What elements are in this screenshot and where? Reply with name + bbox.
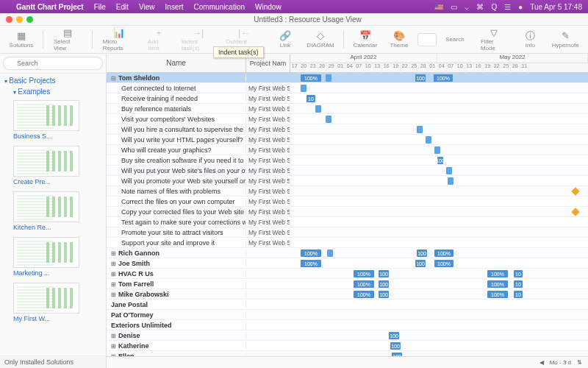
- wifi-icon[interactable]: ⌵: [465, 3, 469, 11]
- gantt-bar[interactable]: [417, 126, 423, 133]
- battery-icon[interactable]: ▭: [451, 3, 457, 11]
- diagram-button[interactable]: ◇DIAGRAM: [304, 29, 337, 50]
- table-row[interactable]: ⊞Joe Smith100%100100%: [107, 258, 588, 269]
- spotlight-icon[interactable]: Q: [491, 3, 497, 11]
- micro-reports-button[interactable]: 📊Micro Reports: [98, 26, 140, 53]
- clock[interactable]: Tue Apr 5 17:48: [530, 3, 582, 11]
- filter-mode-button[interactable]: ▽Filter Mode: [476, 26, 512, 53]
- gantt-bar[interactable]: [448, 177, 453, 185]
- gantt-bar[interactable]: [301, 85, 306, 92]
- gantt-bar[interactable]: 100%: [354, 270, 374, 277]
- grid-body[interactable]: ⊟Tom Sheldon100%100100%Get connected to …: [107, 73, 588, 356]
- menu-file[interactable]: File: [94, 3, 106, 11]
- close-icon[interactable]: [6, 16, 12, 23]
- expand-icon[interactable]: ⊞: [111, 343, 116, 350]
- gantt-bar[interactable]: 10: [514, 270, 523, 277]
- arrow-left-icon[interactable]: ◀: [539, 359, 544, 366]
- gantt-bar[interactable]: 100%: [487, 280, 508, 288]
- menu-view[interactable]: View: [139, 3, 155, 11]
- indent-task-button[interactable]: →|Indent task(s): [177, 26, 218, 53]
- calendar-button[interactable]: 📅Calendar: [350, 29, 381, 50]
- gantt-bar[interactable]: [446, 167, 452, 174]
- gantt-bar[interactable]: 100: [415, 260, 426, 267]
- menu-extra-icon[interactable]: ☰: [504, 3, 511, 11]
- select-view-button[interactable]: ▤Select View: [49, 26, 86, 53]
- table-row[interactable]: Test again to make sure your corrections…: [107, 217, 588, 227]
- gantt-bar[interactable]: [326, 74, 331, 82]
- sidebar-thumb[interactable]: Kitchen Re...: [9, 188, 106, 234]
- sidebar-thumb[interactable]: Create Pre...: [9, 143, 106, 188]
- sidebar-search-input[interactable]: [3, 57, 103, 70]
- gantt-bar[interactable]: 100: [379, 291, 389, 298]
- expand-icon[interactable]: ⊞: [111, 261, 116, 267]
- table-row[interactable]: Will you put your Web site's files on yo…: [107, 166, 588, 176]
- expand-icon[interactable]: ⊞: [111, 291, 116, 298]
- minimize-icon[interactable]: [16, 16, 23, 23]
- table-row[interactable]: Who will create your graphics?My First W…: [107, 145, 588, 155]
- sidebar-thumb[interactable]: Marketing ...: [9, 234, 106, 280]
- gantt-bar[interactable]: 100%: [354, 280, 374, 288]
- table-row[interactable]: Note names of files with problemsMy Firs…: [107, 186, 588, 197]
- menu-app[interactable]: Gantt Chart Project: [16, 3, 84, 11]
- table-row[interactable]: ⊞Denise100: [107, 330, 588, 341]
- menu-window[interactable]: Window: [255, 3, 282, 11]
- table-row[interactable]: Receive training if neededMy First Web S…: [107, 93, 588, 104]
- expand-icon[interactable]: ⊞: [111, 250, 116, 257]
- table-row[interactable]: Buy reference materialsMy First Web Site: [107, 104, 588, 114]
- table-row[interactable]: Pat O'Tormey: [107, 310, 588, 320]
- table-row[interactable]: Will you hire a consultant to supervise …: [107, 124, 588, 135]
- theme-button[interactable]: 🎨Theme: [384, 29, 415, 50]
- notif-icon[interactable]: ●: [518, 3, 523, 11]
- gantt-bar[interactable]: 100: [390, 342, 401, 350]
- table-row[interactable]: Will you promote your Web site yourself …: [107, 176, 588, 186]
- gantt-bar[interactable]: 100%: [487, 291, 508, 298]
- gantt-bar[interactable]: [326, 116, 331, 123]
- gantt-bar[interactable]: 100%: [434, 260, 453, 267]
- gantt-bar[interactable]: 100: [392, 353, 402, 356]
- gantt-bar[interactable]: 100: [437, 157, 443, 164]
- table-row[interactable]: Promote your site to attract visitorsMy …: [107, 227, 588, 238]
- table-row[interactable]: Visit your competitors' WebsitesMy First…: [107, 114, 588, 124]
- menu-edit[interactable]: Edit: [116, 3, 129, 11]
- table-row[interactable]: ⊞Rich Gannon100%100100%: [107, 248, 588, 258]
- table-row[interactable]: Copy your corrected files to your Web si…: [107, 207, 588, 217]
- gantt-bar[interactable]: [315, 105, 321, 113]
- sidebar-group-basic[interactable]: Basic Projects: [0, 75, 106, 86]
- flag-icon[interactable]: 🇺🇸: [434, 3, 443, 11]
- gantt-bar[interactable]: 100%: [301, 74, 321, 82]
- add-item-button[interactable]: +Add Item: [143, 26, 174, 53]
- gantt-bar[interactable]: 100: [415, 74, 426, 82]
- gantt-bar[interactable]: 100%: [434, 74, 453, 82]
- gantt-bar[interactable]: 100%: [487, 270, 508, 277]
- table-row[interactable]: Exteriors Unlimited: [107, 320, 588, 330]
- zoom-icon[interactable]: [26, 16, 33, 23]
- milestone-icon[interactable]: [571, 187, 579, 195]
- sidebar-thumb[interactable]: My First W...: [9, 280, 106, 325]
- table-row[interactable]: ⊞Ellen100: [107, 351, 588, 356]
- table-row[interactable]: ⊞Mike Grabowski100%100100%10: [107, 289, 588, 300]
- menu-insert[interactable]: Insert: [165, 3, 184, 11]
- solutions-button[interactable]: ▦Solutions: [6, 29, 37, 50]
- info-button[interactable]: ⓘInfo: [514, 29, 545, 50]
- table-row[interactable]: Get connected to InternetMy First Web Si…: [107, 83, 588, 93]
- expand-icon[interactable]: ⊞: [111, 271, 116, 277]
- table-row[interactable]: ⊞HVAC R Us100%100100%10: [107, 269, 588, 279]
- gantt-bar[interactable]: 10: [306, 95, 315, 102]
- gantt-bar[interactable]: [327, 250, 333, 257]
- table-row[interactable]: Buy site creation software if you need i…: [107, 155, 588, 166]
- table-row[interactable]: ⊞Katherine100: [107, 341, 588, 351]
- gantt-bar[interactable]: 100%: [434, 250, 453, 257]
- expand-icon[interactable]: ⊞: [111, 333, 116, 339]
- gantt-bar[interactable]: 100%: [354, 291, 374, 298]
- table-row[interactable]: Support your site and improve itMy First…: [107, 238, 588, 248]
- expand-icon[interactable]: ⊟: [111, 75, 116, 82]
- search-button[interactable]: Search: [440, 35, 470, 44]
- search-input[interactable]: [417, 33, 437, 46]
- gantt-bar[interactable]: [426, 136, 431, 144]
- gantt-bar[interactable]: 10: [514, 280, 523, 288]
- gantt-bar[interactable]: 100%: [301, 250, 321, 257]
- control-icon[interactable]: ⌘: [476, 3, 484, 11]
- table-row[interactable]: Will you write your HTML pages yourself?…: [107, 135, 588, 145]
- gantt-bar[interactable]: 100: [379, 270, 389, 277]
- gantt-bar[interactable]: 100: [379, 280, 389, 288]
